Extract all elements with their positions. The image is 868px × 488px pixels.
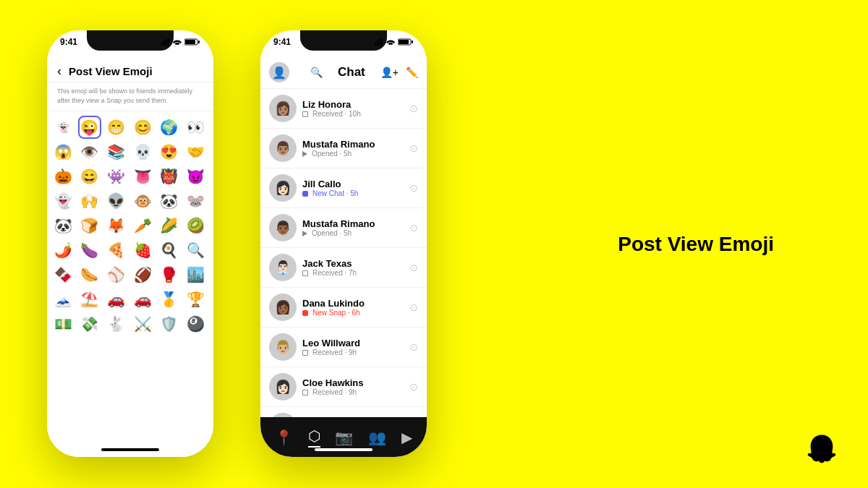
emoji-cell-53[interactable]: 🎱	[184, 312, 207, 335]
emoji-cell-49[interactable]: 💸	[78, 312, 101, 335]
chat-list: 👩🏽 Liz Honora Received · 10h ⊙ 👨🏽 Mustaf…	[260, 89, 427, 424]
svg-rect-2	[166, 39, 167, 46]
emoji-cell-32[interactable]: 🍕	[104, 239, 127, 262]
add-friend-icon[interactable]: 👤+	[380, 67, 399, 78]
svg-rect-1	[163, 40, 165, 46]
emoji-cell-12[interactable]: 🎃	[51, 165, 75, 188]
svg-rect-9	[379, 39, 380, 46]
chat-item-0[interactable]: 👩🏽 Liz Honora Received · 10h ⊙	[260, 89, 427, 129]
emoji-cell-0[interactable]: 👻	[51, 116, 75, 139]
camera-icon-4[interactable]: ⊙	[409, 262, 418, 273]
status-bar-right: 9:41	[260, 35, 427, 49]
emoji-cell-25[interactable]: 🍞	[78, 214, 101, 237]
chat-info-6: Leo Willward Received · 9h	[302, 338, 409, 356]
emoji-cell-34[interactable]: 🍳	[158, 239, 181, 262]
status-bar-left: 9:41	[47, 35, 213, 49]
chat-status-3: Opened · 5h	[302, 229, 409, 237]
camera-icon-1[interactable]: ⊙	[409, 142, 418, 154]
emoji-cell-23[interactable]: 🐭	[184, 189, 207, 213]
emoji-cell-35[interactable]: 🔍	[184, 239, 207, 262]
chat-name-4: Jack Texas	[302, 258, 409, 269]
camera-icon-6[interactable]: ⊙	[409, 341, 418, 353]
emoji-cell-8[interactable]: 📚	[104, 140, 127, 163]
emoji-cell-33[interactable]: 🍓	[131, 239, 154, 262]
camera-icon-7[interactable]: ⊙	[409, 381, 418, 393]
emoji-cell-24[interactable]: 🐼	[51, 214, 75, 237]
emoji-cell-36[interactable]: 🍫	[51, 263, 75, 286]
emoji-cell-18[interactable]: 👻	[51, 189, 75, 213]
emoji-cell-27[interactable]: 🥕	[131, 214, 154, 237]
emoji-cell-50[interactable]: 🐇	[104, 312, 127, 335]
emoji-cell-9[interactable]: 💀	[131, 140, 154, 163]
svg-rect-0	[161, 42, 163, 46]
chat-info-7: Cloe Hawkins Received · 9h	[302, 377, 409, 396]
emoji-cell-38[interactable]: ⚾	[104, 263, 127, 286]
chat-item-7[interactable]: 👩🏻 Cloe Hawkins Received · 9h ⊙	[260, 367, 427, 407]
emoji-cell-41[interactable]: 🏙️	[184, 263, 207, 286]
emoji-cell-40[interactable]: 🥊	[158, 263, 181, 286]
chat-item-5[interactable]: 👩🏾 Dana Lukindo New Snap · 6h ⊙	[260, 288, 427, 328]
emoji-cell-21[interactable]: 🐵	[131, 189, 154, 213]
camera-icon-5[interactable]: ⊙	[409, 301, 418, 313]
emoji-cell-2[interactable]: 😁	[104, 116, 127, 139]
emoji-cell-17[interactable]: 😈	[184, 165, 207, 188]
chat-info-0: Liz Honora Received · 10h	[302, 99, 409, 118]
time-left: 9:41	[60, 37, 77, 47]
emoji-cell-42[interactable]: 🗻	[51, 288, 75, 311]
chat-name-6: Leo Willward	[302, 338, 409, 348]
emoji-cell-30[interactable]: 🌶️	[51, 239, 75, 262]
emoji-cell-5[interactable]: 👀	[184, 116, 207, 139]
camera-icon-2[interactable]: ⊙	[409, 182, 418, 194]
svg-rect-5	[198, 40, 200, 43]
avatar-2: 👩🏻	[269, 174, 297, 202]
emoji-cell-3[interactable]: 😊	[131, 116, 154, 139]
emoji-screen-title: Post View Emoji	[69, 65, 153, 77]
emoji-cell-29[interactable]: 🥝	[184, 214, 207, 237]
chat-item-3[interactable]: 👨🏾 Mustafa Rimano Opened · 5h ⊙	[260, 208, 427, 248]
emoji-cell-44[interactable]: 🚗	[104, 288, 127, 311]
emoji-cell-37[interactable]: 🌭	[78, 263, 101, 286]
emoji-cell-7[interactable]: 👁️	[78, 140, 101, 163]
emoji-cell-26[interactable]: 🦊	[104, 214, 127, 237]
emoji-cell-4[interactable]: 🌍	[158, 116, 181, 139]
chat-item-1[interactable]: 👨🏽 Mustafa Rimano Opened · 5h ⊙	[260, 129, 427, 168]
chat-header-avatar: 👤	[269, 62, 289, 82]
emoji-cell-13[interactable]: 😄	[78, 165, 101, 188]
stories-nav-icon[interactable]: ⬡	[308, 427, 320, 448]
new-chat-icon[interactable]: ✏️	[406, 67, 418, 78]
emoji-cell-47[interactable]: 🏆	[184, 288, 207, 311]
camera-nav-icon[interactable]: 📷	[335, 429, 353, 446]
emoji-cell-11[interactable]: 🤝	[184, 140, 207, 163]
emoji-cell-10[interactable]: 😍	[158, 140, 181, 163]
emoji-cell-15[interactable]: 👅	[131, 165, 154, 188]
chat-item-4[interactable]: 👨🏻‍💼 Jack Texas Received · 7h ⊙	[260, 248, 427, 288]
camera-icon-3[interactable]: ⊙	[409, 222, 418, 234]
emoji-cell-31[interactable]: 🍆	[78, 239, 101, 262]
emoji-cell-14[interactable]: 👾	[104, 165, 127, 188]
emoji-cell-1[interactable]: 😜	[78, 116, 101, 139]
avatar-7: 👩🏻	[269, 373, 297, 401]
emoji-cell-52[interactable]: 🛡️	[158, 312, 181, 335]
emoji-cell-28[interactable]: 🌽	[158, 214, 181, 237]
emoji-cell-43[interactable]: ⛱️	[78, 288, 101, 311]
emoji-cell-51[interactable]: ⚔️	[131, 312, 154, 335]
emoji-cell-48[interactable]: 💵	[51, 312, 75, 335]
emoji-cell-6[interactable]: 😱	[51, 140, 75, 163]
map-nav-icon[interactable]: 📍	[275, 429, 293, 446]
emoji-cell-16[interactable]: 👹	[158, 165, 181, 188]
emoji-cell-39[interactable]: 🏈	[131, 263, 154, 286]
spotlight-nav-icon[interactable]: ▶	[401, 429, 412, 446]
chat-item-2[interactable]: 👩🏻 Jill Callo New Chat · 5h ⊙	[260, 168, 427, 208]
emoji-cell-20[interactable]: 👽	[104, 189, 127, 213]
friends-nav-icon[interactable]: 👥	[368, 429, 386, 446]
chat-status-7: Received · 9h	[302, 388, 409, 396]
chat-status-6: Received · 9h	[302, 348, 409, 356]
chat-item-6[interactable]: 👨🏼 Leo Willward Received · 9h ⊙	[260, 328, 427, 367]
emoji-cell-19[interactable]: 🙌	[78, 189, 101, 213]
camera-icon-0[interactable]: ⊙	[409, 103, 418, 114]
emoji-cell-22[interactable]: 🐼	[158, 189, 181, 213]
back-button[interactable]: ‹	[57, 64, 61, 79]
emoji-cell-45[interactable]: 🚗	[131, 288, 154, 311]
emoji-cell-46[interactable]: 🥇	[158, 288, 181, 311]
search-icon[interactable]: 🔍	[310, 67, 323, 78]
